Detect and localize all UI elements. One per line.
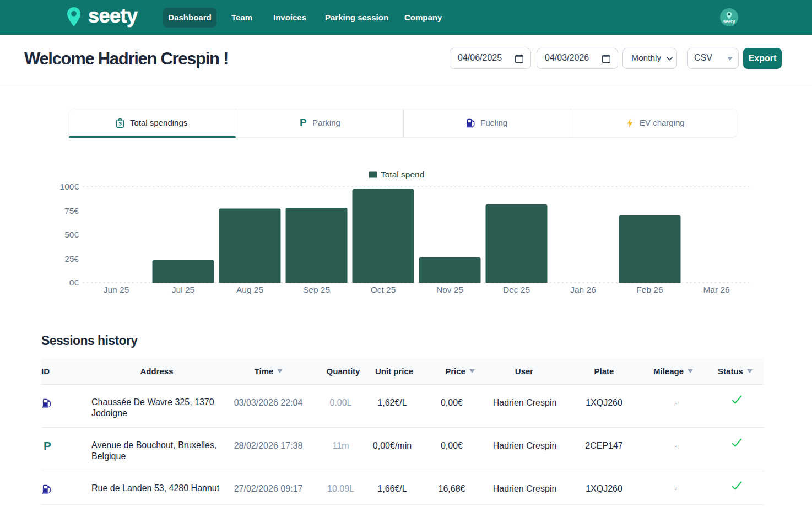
svg-text:Feb 26: Feb 26 xyxy=(636,285,663,294)
svg-text:75€: 75€ xyxy=(64,206,79,215)
svg-text:Aug 25: Aug 25 xyxy=(236,285,263,294)
svg-text:Total spend: Total spend xyxy=(381,170,424,179)
svg-text:Mar 26: Mar 26 xyxy=(703,285,729,294)
svg-text:Dec 25: Dec 25 xyxy=(503,285,530,294)
svg-text:Jan 26: Jan 26 xyxy=(570,285,596,294)
svg-text:Oct 25: Oct 25 xyxy=(371,285,396,294)
svg-text:Jul 25: Jul 25 xyxy=(172,285,194,294)
svg-text:0€: 0€ xyxy=(69,278,79,287)
svg-text:seety: seety xyxy=(723,19,735,24)
svg-text:100€: 100€ xyxy=(60,182,79,191)
svg-text:Sep 25: Sep 25 xyxy=(303,285,330,294)
svg-text:Jun 25: Jun 25 xyxy=(104,285,129,294)
svg-text:Nov 25: Nov 25 xyxy=(436,285,463,294)
svg-text:25€: 25€ xyxy=(64,254,79,263)
svg-text:50€: 50€ xyxy=(64,230,79,239)
